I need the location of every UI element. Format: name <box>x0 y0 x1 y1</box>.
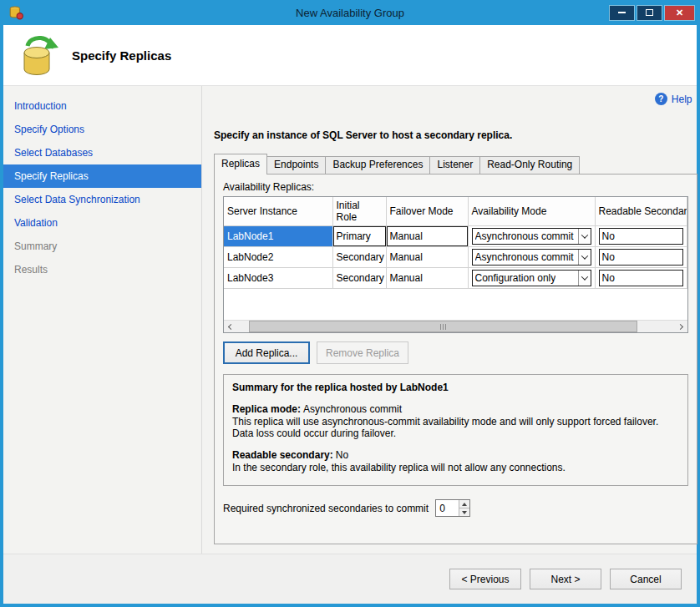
dialog-window: New Availability Group ✕ Specify Replica… <box>0 0 700 607</box>
page-title: Specify Replicas <box>72 48 171 63</box>
readable-secondary-description: In the secondary role, this availability… <box>232 462 679 473</box>
sidebar-item-results: Results <box>3 258 201 281</box>
required-secondaries-label: Required synchronized secondaries to com… <box>223 503 429 514</box>
replica-mode-description: This replica will use asynchronous-commi… <box>232 416 679 439</box>
scrollbar-thumb[interactable] <box>249 321 637 332</box>
chevron-down-icon[interactable] <box>578 229 591 244</box>
cell-initial-role[interactable]: Secondary <box>332 246 386 267</box>
help-label: Help <box>672 94 692 105</box>
cell-failover-mode[interactable]: Manual <box>386 246 468 267</box>
sidebar-item-specify-replicas[interactable]: Specify Replicas <box>3 164 201 188</box>
cell-value: No <box>602 251 615 263</box>
sidebar-item-select-databases[interactable]: Select Databases <box>3 141 201 164</box>
minimize-icon <box>618 12 626 13</box>
arrow-down-icon <box>462 511 467 514</box>
readable-secondary-value: No <box>336 449 348 461</box>
cell-server-instance[interactable]: LabNode3 <box>224 267 332 288</box>
readable-secondary-cell[interactable]: No <box>599 228 683 245</box>
availability-group-icon <box>17 33 58 78</box>
sidebar-item-summary: Summary <box>3 235 201 258</box>
dropdown-value: Configuration only <box>475 272 556 284</box>
close-icon: ✕ <box>676 8 683 18</box>
grid-header-row: Server Instance Initial Role Failover Mo… <box>224 197 687 225</box>
maximize-button[interactable] <box>637 5 662 21</box>
close-button[interactable]: ✕ <box>664 5 695 21</box>
previous-button[interactable]: < Previous <box>449 569 521 589</box>
tab-strip: Replicas Endpoints Backup Preferences Li… <box>214 153 697 174</box>
col-header-availability-mode[interactable]: Availability Mode <box>468 197 595 225</box>
horizontal-scrollbar[interactable] <box>224 320 687 332</box>
cell-initial-role[interactable]: Primary <box>332 225 386 246</box>
col-header-failover-mode[interactable]: Failover Mode <box>386 197 468 225</box>
required-secondaries-input[interactable] <box>436 500 459 516</box>
required-secondaries-stepper <box>435 499 470 517</box>
scrollbar-track[interactable] <box>237 321 674 332</box>
replica-mode-value: Asynchronous commit <box>303 403 402 415</box>
grid-row-labnode2[interactable]: LabNode2 Secondary Manual Asynchronous c… <box>224 246 687 267</box>
dropdown-value: Asynchronous commit <box>475 230 574 242</box>
replicas-grid: Server Instance Initial Role Failover Mo… <box>223 196 688 333</box>
availability-mode-dropdown[interactable]: Asynchronous commit <box>472 249 591 266</box>
cell-server-instance[interactable]: LabNode2 <box>224 246 332 267</box>
chevron-down-icon[interactable] <box>578 271 591 286</box>
grid-row-labnode1[interactable]: LabNode1 Primary Manual Asynchronous com… <box>224 225 687 246</box>
sidebar-item-select-data-synchronization[interactable]: Select Data Synchronization <box>3 188 201 211</box>
cell-value: No <box>602 272 615 284</box>
col-header-server-instance[interactable]: Server Instance <box>224 197 332 225</box>
page-content: ? Help Specify an instance of SQL Server… <box>202 86 700 554</box>
dialog-footer: < Previous Next > Cancel <box>3 554 697 604</box>
help-link[interactable]: ? Help <box>655 93 692 105</box>
wizard-header: Specify Replicas <box>3 25 697 86</box>
scroll-right-button[interactable] <box>674 321 687 332</box>
next-button[interactable]: Next > <box>530 569 601 589</box>
replica-summary-panel: Summary for the replica hosted by LabNod… <box>223 374 688 486</box>
remove-replica-button: Remove Replica <box>317 341 408 364</box>
availability-replicas-label: Availability Replicas: <box>223 181 688 193</box>
tab-read-only-routing[interactable]: Read-Only Routing <box>479 156 580 174</box>
add-replica-button[interactable]: Add Replica... <box>223 341 310 364</box>
replica-mode-label: Replica mode: <box>232 403 301 415</box>
minimize-button[interactable] <box>609 5 635 21</box>
cell-failover-mode[interactable]: Manual <box>386 225 468 246</box>
grip-icon <box>443 324 444 330</box>
stepper-up-button[interactable] <box>459 500 469 508</box>
maximize-icon <box>646 9 653 16</box>
cell-initial-role[interactable]: Secondary <box>332 267 386 288</box>
readable-secondary-cell[interactable]: No <box>599 249 683 266</box>
window-title: New Availability Group <box>3 7 697 19</box>
stepper-down-button[interactable] <box>459 508 469 516</box>
availability-mode-dropdown[interactable]: Configuration only <box>472 270 591 286</box>
sidebar-item-validation[interactable]: Validation <box>3 211 201 235</box>
wizard-steps-sidebar: Introduction Specify Options Select Data… <box>3 86 202 554</box>
cell-server-instance[interactable]: LabNode1 <box>224 225 332 246</box>
arrow-up-icon <box>462 503 467 506</box>
readable-secondary-cell[interactable]: No <box>599 270 683 286</box>
title-bar: New Availability Group ✕ <box>3 0 697 25</box>
help-icon: ? <box>655 93 667 105</box>
summary-title: Summary for the replica hosted by LabNod… <box>232 382 679 393</box>
cancel-button[interactable]: Cancel <box>610 569 682 589</box>
tab-replicas[interactable]: Replicas <box>214 154 267 175</box>
chevron-right-icon <box>677 323 683 329</box>
tab-endpoints[interactable]: Endpoints <box>266 156 326 174</box>
dropdown-value: Asynchronous commit <box>475 251 574 263</box>
cell-failover-mode[interactable]: Manual <box>386 267 468 288</box>
sidebar-item-introduction[interactable]: Introduction <box>3 94 201 118</box>
replicas-tab-panel: Availability Replicas: Server Instance I… <box>214 174 697 544</box>
availability-mode-dropdown[interactable]: Asynchronous commit <box>472 228 591 245</box>
col-header-initial-role[interactable]: Initial Role <box>332 197 386 225</box>
chevron-down-icon[interactable] <box>578 250 591 265</box>
tab-backup-preferences[interactable]: Backup Preferences <box>325 156 430 174</box>
cell-value: No <box>602 230 615 242</box>
sidebar-item-specify-options[interactable]: Specify Options <box>3 118 201 141</box>
grid-row-labnode3[interactable]: LabNode3 Secondary Manual Configuration … <box>224 267 687 288</box>
scroll-left-button[interactable] <box>224 321 237 332</box>
chevron-left-icon <box>227 323 233 329</box>
instruction-text: Specify an instance of SQL Server to hos… <box>214 129 697 141</box>
tab-listener[interactable]: Listener <box>429 156 480 174</box>
col-header-readable-secondary[interactable]: Readable Secondary <box>595 197 687 225</box>
readable-secondary-label: Readable secondary: <box>232 449 333 461</box>
